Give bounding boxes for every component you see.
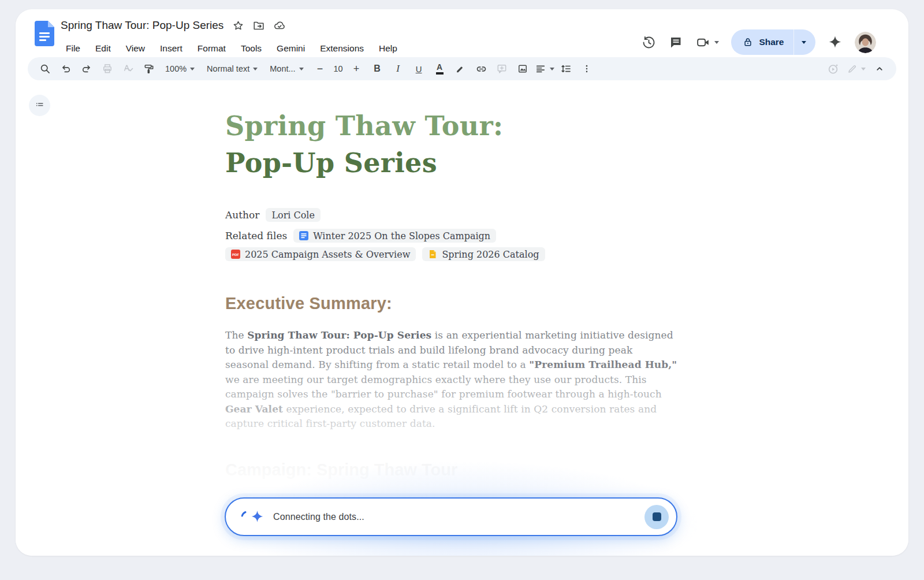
gemini-status-bar: Connecting the dots... bbox=[225, 497, 677, 536]
gemini-spark-icon[interactable] bbox=[828, 35, 843, 50]
author-name: Lori Cole bbox=[271, 210, 315, 221]
join-call-control[interactable] bbox=[695, 35, 719, 50]
menu-insert[interactable]: Insert bbox=[154, 42, 189, 55]
author-chip[interactable]: Lori Cole bbox=[266, 208, 321, 222]
google-docs-logo[interactable] bbox=[35, 21, 54, 46]
campaign-heading-faded: Campaign: Spring Thaw Tour bbox=[225, 460, 693, 479]
pdf-icon: PDF bbox=[231, 250, 240, 259]
document-heading: Spring Thaw Tour: Pop-Up Series bbox=[225, 107, 693, 181]
gemini-loading-indicator bbox=[240, 510, 264, 524]
menu-view[interactable]: View bbox=[120, 42, 151, 55]
spellcheck-icon[interactable] bbox=[119, 60, 137, 77]
share-options-caret-icon[interactable] bbox=[794, 29, 815, 55]
share-button[interactable]: Share bbox=[731, 29, 815, 55]
paint-format-icon[interactable] bbox=[140, 60, 158, 77]
document-title[interactable]: Spring Thaw Tour: Pop-Up Series bbox=[61, 19, 223, 32]
outline-list-icon bbox=[34, 100, 45, 111]
document-canvas[interactable]: Spring Thaw Tour: Pop-Up Series Author L… bbox=[225, 9, 693, 504]
exec-summary-heading: Executive Summary: bbox=[225, 294, 693, 313]
print-icon[interactable] bbox=[98, 60, 116, 77]
menu-edit[interactable]: Edit bbox=[89, 42, 117, 55]
catch-me-up-icon[interactable] bbox=[824, 60, 842, 77]
account-avatar[interactable] bbox=[855, 32, 876, 53]
lock-icon bbox=[743, 37, 753, 47]
related-file-chip[interactable]: Spring 2026 Catalog bbox=[422, 247, 545, 261]
search-menus-icon[interactable] bbox=[36, 60, 54, 77]
author-row: Author Lori Cole bbox=[225, 208, 693, 222]
google-doc-icon bbox=[299, 231, 308, 240]
show-outline-button[interactable] bbox=[29, 95, 50, 116]
exec-summary-paragraph: The Spring Thaw Tour: Pop-Up Series is a… bbox=[225, 328, 678, 432]
menu-file[interactable]: File bbox=[59, 42, 87, 55]
related-files-row: Related files Winter 2025 On the Slopes … bbox=[225, 229, 681, 261]
docs-window: Spring Thaw Tour: Pop-Up Series File Edi… bbox=[16, 9, 908, 556]
video-camera-icon[interactable] bbox=[695, 35, 710, 50]
svg-text:PDF: PDF bbox=[232, 253, 239, 256]
gemini-spark-blue-icon bbox=[250, 510, 264, 524]
related-file-chip[interactable]: Winter 2025 On the Slopes Campaign bbox=[293, 229, 496, 243]
stop-generating-button[interactable] bbox=[644, 505, 669, 529]
share-label: Share bbox=[759, 37, 784, 47]
spinner-arc-icon bbox=[240, 511, 247, 523]
video-options-caret-icon[interactable] bbox=[714, 41, 719, 44]
author-label: Author bbox=[225, 209, 259, 221]
redo-icon[interactable] bbox=[77, 60, 95, 77]
editing-mode-select[interactable] bbox=[847, 60, 866, 77]
file-icon bbox=[428, 250, 437, 259]
document-heading-line1: Spring Thaw Tour: bbox=[225, 107, 693, 144]
gemini-status-text: Connecting the dots... bbox=[273, 512, 364, 522]
share-main-segment[interactable]: Share bbox=[731, 29, 793, 55]
undo-icon[interactable] bbox=[57, 60, 74, 77]
hide-menus-icon[interactable] bbox=[870, 60, 888, 77]
related-files-label: Related files bbox=[225, 230, 287, 241]
zoom-select[interactable]: 100% bbox=[161, 60, 199, 77]
stop-icon bbox=[653, 512, 661, 521]
document-heading-line2: Pop-Up Series bbox=[225, 144, 693, 181]
related-file-chip[interactable]: PDF 2025 Campaign Assets & Overview bbox=[225, 247, 416, 261]
